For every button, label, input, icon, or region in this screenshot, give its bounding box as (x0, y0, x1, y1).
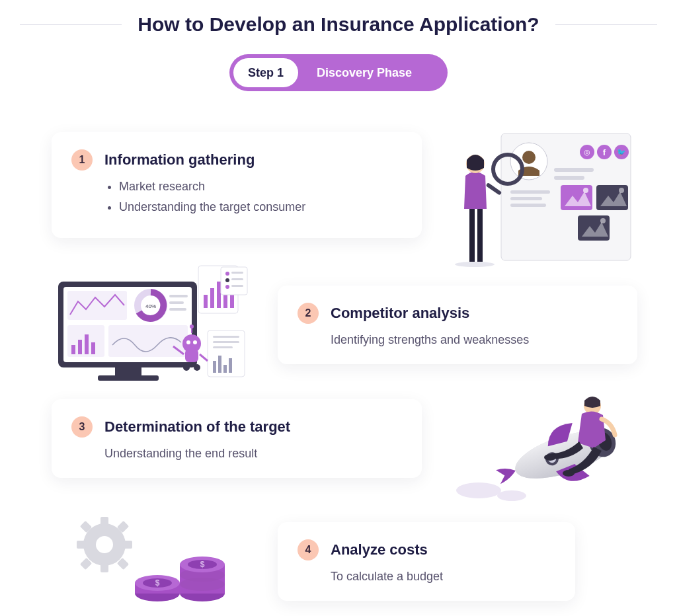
horizontal-rule-right (555, 24, 657, 25)
svg-point-74 (183, 364, 190, 371)
svg-rect-40 (71, 345, 75, 354)
svg-rect-64 (213, 341, 239, 343)
svg-text:🐦: 🐦 (617, 147, 626, 157)
svg-rect-63 (213, 336, 239, 338)
svg-rect-89 (100, 563, 108, 572)
svg-rect-46 (204, 295, 208, 308)
svg-rect-48 (217, 282, 221, 308)
svg-rect-43 (91, 342, 95, 354)
svg-rect-6 (510, 197, 542, 200)
svg-rect-38 (169, 308, 186, 311)
svg-point-2 (522, 151, 536, 164)
svg-rect-5 (510, 190, 550, 194)
svg-rect-91 (123, 541, 132, 549)
svg-point-71 (190, 325, 194, 328)
svg-rect-4 (554, 176, 584, 180)
svg-point-19 (619, 188, 624, 193)
svg-rect-37 (169, 301, 184, 304)
svg-point-22 (600, 218, 606, 223)
svg-point-77 (497, 490, 526, 501)
card-description: To calculate a budget (331, 570, 555, 584)
card-title: Analyze costs (331, 541, 428, 558)
svg-point-52 (225, 272, 229, 276)
svg-rect-47 (210, 288, 214, 308)
svg-rect-41 (78, 340, 82, 354)
card-title: Determination of the target (104, 418, 290, 436)
card-description: Identifying strengths and weaknesses (331, 333, 617, 347)
card-title: Information gathering (104, 151, 255, 169)
research-illustration: ◎ f 🐦 (455, 130, 635, 268)
svg-point-23 (455, 262, 495, 267)
svg-text:f: f (603, 147, 606, 157)
svg-text:$: $ (155, 578, 160, 588)
svg-rect-44 (108, 325, 188, 357)
svg-point-75 (194, 364, 200, 371)
card-information-gathering: 1 Information gathering Market research … (52, 132, 422, 238)
svg-text:40%: 40% (145, 303, 156, 309)
svg-point-86 (563, 470, 575, 477)
card-title: Competitor analysis (331, 305, 469, 322)
card-analyze-costs: 4 Analyze costs To calculate a budget (278, 522, 575, 601)
svg-rect-65 (213, 346, 233, 348)
svg-rect-67 (185, 349, 198, 362)
svg-rect-59 (213, 361, 216, 373)
svg-rect-25 (477, 209, 483, 262)
svg-rect-36 (169, 295, 188, 297)
svg-rect-55 (231, 278, 243, 280)
svg-point-96 (96, 536, 113, 553)
step-number-badge: 3 (71, 416, 93, 438)
svg-text:◎: ◎ (584, 148, 590, 156)
list-item: Market research (119, 180, 402, 194)
step-number-badge: 1 (71, 149, 93, 171)
svg-point-85 (544, 454, 556, 461)
list-item: Understanding the target consumer (119, 200, 402, 214)
svg-point-56 (225, 285, 229, 289)
svg-point-69 (193, 340, 197, 344)
svg-rect-31 (115, 367, 141, 375)
svg-rect-53 (231, 272, 243, 274)
title-row: How to Develop an Insurance Application? (20, 13, 657, 36)
card-bullet-list: Market research Understanding the target… (119, 180, 402, 214)
step-number-badge: 4 (298, 539, 319, 560)
svg-line-73 (200, 354, 208, 361)
card-determination-target: 3 Determination of the target Understand… (52, 399, 422, 478)
svg-rect-3 (554, 168, 594, 172)
svg-rect-61 (223, 365, 227, 373)
svg-rect-51 (221, 267, 247, 295)
rocket-illustration (452, 382, 651, 508)
svg-text:$: $ (200, 560, 205, 569)
page-title: How to Develop an Insurance Application? (138, 13, 539, 36)
svg-rect-88 (100, 517, 108, 526)
svg-rect-32 (98, 375, 159, 381)
svg-rect-28 (486, 182, 502, 196)
svg-rect-7 (510, 204, 546, 207)
horizontal-rule-left (20, 24, 122, 25)
card-description: Understanding the end result (104, 447, 402, 461)
budget-illustration: $ $ (71, 512, 243, 604)
card-competitor-analysis: 2 Competitor analysis Identifying streng… (278, 286, 637, 364)
svg-point-16 (583, 188, 588, 193)
svg-point-76 (456, 482, 501, 498)
step-number-badge: 2 (298, 303, 319, 324)
svg-rect-60 (218, 356, 221, 373)
svg-rect-62 (229, 358, 232, 373)
svg-rect-90 (77, 541, 86, 549)
phase-label: Discovery Phase (317, 66, 412, 80)
step-pill: Step 1 Discovery Phase (229, 54, 448, 91)
svg-rect-24 (469, 209, 475, 262)
svg-rect-42 (85, 334, 89, 354)
svg-rect-57 (231, 285, 243, 287)
step-chip: Step 1 (233, 58, 298, 87)
svg-point-54 (225, 278, 229, 282)
svg-point-68 (186, 340, 190, 344)
dashboard-illustration: 40% (52, 262, 257, 391)
